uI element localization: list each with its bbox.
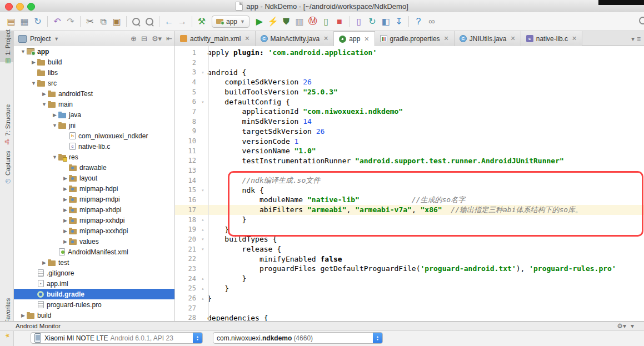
tree-expand-arrow[interactable]: ▶ <box>62 228 69 234</box>
tab-jniutils-java[interactable]: CJNIUtils.java✕ <box>455 31 521 46</box>
tree-expand-arrow[interactable]: ▶ <box>62 186 69 192</box>
tree-row-mipmap-mdpi[interactable]: ▶mipmap-mdpi <box>14 194 174 204</box>
run-config-dropdown[interactable]: app▼ <box>212 16 249 28</box>
fold-end-icon[interactable]: ▵ <box>198 276 207 281</box>
profiler-icon[interactable]: ▥ <box>293 15 306 28</box>
code-line-12[interactable]: 12 testInstrumentationRunner "android.su… <box>175 156 644 166</box>
code-line-6[interactable]: 6▿ defaultConfig { <box>175 97 644 107</box>
close-tab-icon[interactable]: ✕ <box>364 36 369 43</box>
tree-row-values[interactable]: ▶values <box>14 236 174 247</box>
monitor-settings-gear-icon[interactable]: ⚙▾ <box>617 322 626 330</box>
code-line-26[interactable]: 26▵} <box>175 293 644 303</box>
tree-expand-arrow[interactable]: ▶ <box>41 91 48 97</box>
tree-row-main[interactable]: ▼main <box>14 99 174 109</box>
fold-start-icon[interactable]: ▿ <box>198 188 207 193</box>
tool-button-2-favorites[interactable]: ★2: Favorites <box>4 298 11 338</box>
tree-row-app-iml[interactable]: ▪app.iml <box>14 278 174 289</box>
forward-icon[interactable]: → <box>176 15 189 28</box>
tree-row-src[interactable]: ▼src <box>14 78 174 88</box>
open-file-icon[interactable]: ▤ <box>4 15 18 28</box>
process-select-dropdown[interactable]: com.niwoxuexi.ndkdemo (4660) ▲▼ <box>213 332 383 344</box>
copy-icon[interactable]: ⧉ <box>97 15 110 28</box>
fold-end-icon[interactable]: ▵ <box>198 217 207 222</box>
tree-row-test[interactable]: ▶test <box>14 257 174 268</box>
undo-icon[interactable]: ↶ <box>51 15 64 28</box>
tab-gradle-properties[interactable]: gradle.properties✕ <box>375 31 455 46</box>
tree-row-mipmap-xxxhdpi[interactable]: ▶mipmap-xxxhdpi <box>14 225 174 236</box>
instant-run-icon[interactable]: ∞ <box>425 15 438 28</box>
tree-row-native-lib-c[interactable]: cnative-lib.c <box>14 141 174 152</box>
tree-expand-arrow[interactable]: ▼ <box>51 123 58 128</box>
code-line-23[interactable]: 23 proguardFiles getDefaultProguardFile(… <box>175 264 644 274</box>
tree-row-jni[interactable]: ▼jni <box>14 120 174 131</box>
tree-expand-arrow[interactable]: ▶ <box>30 59 37 65</box>
code-line-4[interactable]: 4 compileSdkVersion 26 <box>175 77 644 87</box>
code-line-28[interactable]: 28dependencies { <box>175 313 644 321</box>
tree-expand-arrow[interactable]: ▶ <box>62 175 69 181</box>
close-tab-icon[interactable]: ✕ <box>511 35 516 42</box>
redo-icon[interactable]: ↷ <box>64 15 77 28</box>
fold-start-icon[interactable]: ▿ <box>198 247 207 252</box>
tool-button-1-project[interactable]: ▤1: Project <box>4 29 11 64</box>
device-dropdown-stepper[interactable]: ▲▼ <box>193 332 202 344</box>
tree-expand-arrow[interactable]: ▶ <box>41 260 48 265</box>
code-line-3[interactable]: 3▿android { <box>175 67 644 77</box>
tool-button-7-structure[interactable]: ⁂7: Structure <box>4 104 11 145</box>
tree-row-res[interactable]: ▼res <box>14 152 174 162</box>
fold-start-icon[interactable]: ▿ <box>198 70 207 75</box>
tree-row-build-gradle[interactable]: build.gradle <box>14 289 174 299</box>
tree-expand-arrow[interactable]: ▶ <box>19 313 27 318</box>
fold-end-icon[interactable]: ▵ <box>198 286 207 291</box>
close-tab-icon[interactable]: ✕ <box>444 35 449 42</box>
help-icon[interactable]: ? <box>412 15 425 28</box>
tree-row-libs[interactable]: libs <box>14 67 174 78</box>
tool-button-captures[interactable]: ◷Captures <box>4 151 11 183</box>
tree-row-com-niwoxuexi-ndkder[interactable]: hcom_niwoxuexi_ndkder <box>14 131 174 141</box>
code-line-17[interactable]: 17 abiFilters "armeabi", "armeabi-v7a", … <box>175 205 644 215</box>
code-line-10[interactable]: 10 versionCode 1 <box>175 136 644 146</box>
tree-expand-arrow[interactable]: ▶ <box>62 207 69 213</box>
attach-debugger-icon[interactable]: ▯ <box>319 15 333 28</box>
back-icon[interactable]: ← <box>162 15 176 28</box>
tab-app[interactable]: app✕ <box>334 31 375 46</box>
tab-dropdown-icon[interactable]: ▾ <box>631 35 635 43</box>
code-line-18[interactable]: 18▵ } <box>175 215 644 225</box>
paste-icon[interactable]: ▣ <box>110 15 123 28</box>
tree-row-androidmanifest-xml[interactable]: AndroidManifest.xml <box>14 247 174 257</box>
collapse-all-icon[interactable]: ⊟ <box>141 34 147 43</box>
panel-settings-gear-icon[interactable]: ⚙▾ <box>152 34 162 43</box>
search-everywhere-icon[interactable] <box>639 17 644 24</box>
device-select-dropdown[interactable]: Xiaomi MI NOTE LTE Android 6.0.1, API 23… <box>31 332 203 344</box>
tree-row--gitignore[interactable]: .gitignore <box>14 268 174 278</box>
fold-start-icon[interactable]: ▿ <box>198 237 207 242</box>
tree-expand-arrow[interactable]: ▶ <box>51 112 58 118</box>
monitor-hide-icon[interactable]: ▾ <box>631 322 634 330</box>
replace-icon[interactable] <box>143 15 156 28</box>
fold-start-icon[interactable]: ▿ <box>198 99 207 104</box>
code-line-20[interactable]: 20▿ buildTypes { <box>175 234 644 244</box>
code-line-13[interactable]: 13 <box>175 166 644 175</box>
project-panel-header[interactable]: Project ▼ ⊕⊟⚙▾⇤ <box>14 31 175 46</box>
code-line-14[interactable]: 14 //ndk编译生成.so文件 <box>175 175 644 185</box>
synchronize-icon[interactable]: ↻ <box>31 15 44 28</box>
fold-end-icon[interactable]: ▵ <box>198 296 207 301</box>
find-icon[interactable] <box>129 15 143 28</box>
tab-activity-main-xml[interactable]: activity_main.xml✕ <box>175 31 256 46</box>
tree-row-androidtest[interactable]: ▶androidTest <box>14 88 174 99</box>
close-tab-icon[interactable]: ✕ <box>572 35 577 42</box>
code-line-16[interactable]: 16 moduleName "native-lib" //生成的so名字 <box>175 195 644 205</box>
tree-expand-arrow[interactable]: ▼ <box>51 154 58 160</box>
code-line-9[interactable]: 9 targetSdkVersion 26 <box>175 127 644 137</box>
tab-list-icon[interactable]: ≡ <box>637 35 641 43</box>
cut-icon[interactable]: ✂ <box>83 15 97 28</box>
tree-row-layout[interactable]: ▶layout <box>14 173 174 183</box>
code-line-1[interactable]: 1apply plugin: 'com.android.application' <box>175 48 644 58</box>
tree-row-mipmap-xxhdpi[interactable]: ▶mipmap-xxhdpi <box>14 215 174 225</box>
code-line-27[interactable]: 27 <box>175 303 644 313</box>
code-line-25[interactable]: 25▵ } <box>175 284 644 294</box>
close-tab-icon[interactable]: ✕ <box>323 35 328 42</box>
code-line-15[interactable]: 15▿ ndk { <box>175 185 644 195</box>
run-icon[interactable]: ▶ <box>253 15 266 28</box>
tab-mainactivity-java[interactable]: CMainActivity.java✕ <box>256 31 335 46</box>
sdk-manager-icon[interactable]: ↧ <box>392 15 406 28</box>
